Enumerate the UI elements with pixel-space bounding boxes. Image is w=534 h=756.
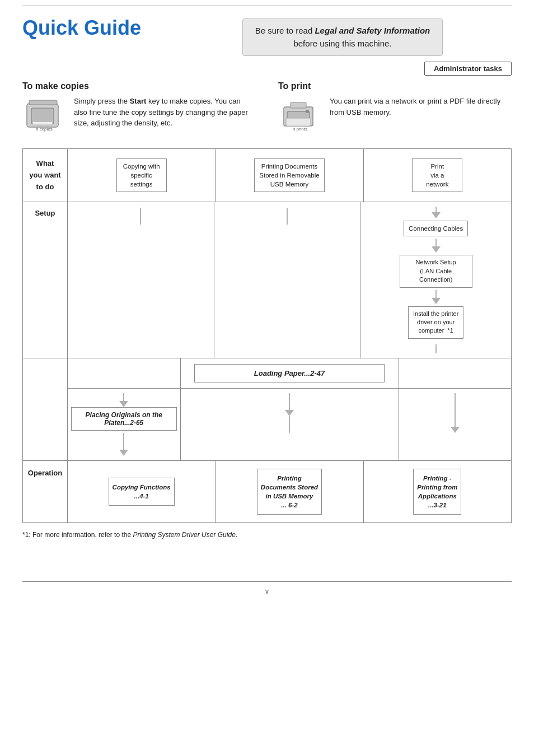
copying-specific-box: Copying withspecificsettings: [116, 158, 167, 192]
install-printer-box: Install the printerdriver on yourcompute…: [408, 306, 463, 339]
copy-section-text: Simply press the Start key to make copie…: [74, 96, 256, 129]
copying-functions-box: Copying Functions...4-1: [109, 478, 175, 506]
print-network-box: Printvia anetwork: [412, 158, 462, 192]
svg-text:It copies.: It copies.: [36, 127, 54, 132]
notice-prefix: Be sure to read: [255, 26, 315, 35]
svg-rect-7: [286, 118, 311, 126]
svg-point-9: [306, 110, 309, 113]
printing-usb-box: Printing DocumentsStored in RemovableUSB…: [254, 158, 324, 192]
network-setup-box: Network Setup(LAN Cable Connection): [400, 255, 472, 287]
flow-diagram: Whatyou wantto do Copying withspecificse…: [22, 148, 512, 523]
printing-from-apps-box: Printing -Printing fromApplications...3-…: [413, 469, 461, 515]
what-label: Whatyou wantto do: [29, 159, 60, 191]
print-section-text: You can print via a network or print a P…: [330, 96, 512, 118]
svg-rect-8: [291, 102, 306, 108]
svg-text:It prints.: It prints.: [293, 127, 308, 132]
printing-docs-stored-box: PrintingDocuments Storedin USB Memory...…: [257, 469, 322, 515]
svg-rect-3: [29, 100, 57, 105]
copy-section-title: To make copies: [22, 81, 256, 91]
print-section-title: To print: [278, 81, 512, 91]
operation-label: Operation: [28, 469, 62, 477]
setup-label: Setup: [35, 209, 55, 217]
notice-bold: Legal and Safety Information: [315, 26, 430, 35]
svg-rect-2: [32, 122, 53, 125]
placing-originals-box: Placing Originals on the Platen...2-65: [71, 407, 177, 431]
header-notice: Be sure to read Legal and Safety Informa…: [242, 18, 443, 56]
connecting-cables-box: Connecting Cables: [404, 221, 468, 236]
footnote: *1: For more information, refer to the P…: [22, 531, 512, 539]
page-title: Quick Guide: [22, 16, 151, 40]
copier-icon: It copies.: [22, 96, 67, 136]
printer-icon: It prints.: [278, 96, 323, 136]
notice-suffix: before using this machine.: [293, 39, 391, 48]
admin-tasks-badge: Administrator tasks: [424, 62, 512, 76]
page-number: v: [22, 587, 512, 595]
loading-paper-box: Loading Paper...2-47: [194, 364, 384, 382]
